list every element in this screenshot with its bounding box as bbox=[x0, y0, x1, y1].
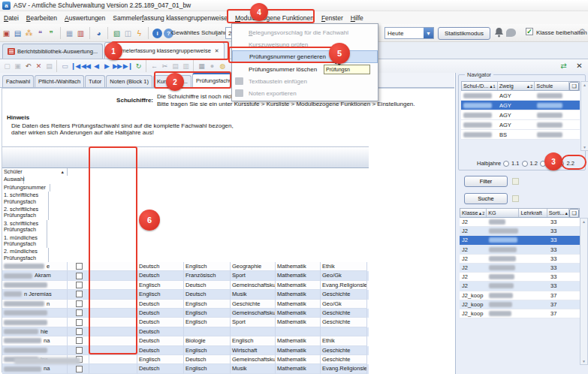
report-icon[interactable]: ▥ bbox=[76, 29, 86, 38]
pruefungsnummer-cell[interactable] bbox=[89, 271, 137, 280]
menu-hilfe[interactable]: Hilfe bbox=[347, 11, 367, 24]
chart-icon[interactable]: ▧ bbox=[112, 29, 122, 38]
export-icon[interactable]: ◍ bbox=[217, 62, 228, 71]
column-header-auswahl[interactable]: Auswahl bbox=[2, 176, 24, 183]
fach-cell[interactable]: Deutsch bbox=[137, 318, 184, 327]
auswahl-checkbox[interactable] bbox=[76, 337, 83, 344]
auswahl-checkbox[interactable] bbox=[76, 300, 83, 307]
suche-button[interactable]: Suche bbox=[464, 193, 508, 204]
close-panel-icon[interactable]: ✕ bbox=[574, 60, 585, 71]
fach-cell[interactable]: Wirtschaft bbox=[231, 346, 276, 355]
info-icon[interactable]: i bbox=[152, 29, 162, 38]
menu-item-pr-fungsnummer-generieren[interactable]: Prüfungsnummer generieren bbox=[232, 50, 378, 63]
suche-indicator[interactable] bbox=[512, 195, 519, 202]
fach-cell[interactable]: Geschichte bbox=[321, 290, 367, 299]
copy-icon[interactable]: ▤ bbox=[170, 62, 180, 71]
table-row[interactable]: DeutschEnglischWirtschaftMathematikGesch… bbox=[2, 346, 369, 355]
doc-tab-berichtsbibliothek-auswertung[interactable]: Berichtsbibliothek-Auswertung... bbox=[2, 44, 103, 59]
fach-cell[interactable]: Englisch bbox=[184, 318, 231, 327]
table-row[interactable]: nDeutschEnglischGeschichteMathematikGeo/… bbox=[2, 300, 369, 309]
fach-cell[interactable]: Gemeinschaftskunde bbox=[231, 281, 276, 290]
auswahl-checkbox[interactable] bbox=[76, 309, 83, 316]
menu-datei[interactable]: Datei bbox=[0, 11, 23, 24]
tab-tutor[interactable]: Tutor bbox=[85, 75, 105, 87]
auswahl-checkbox[interactable] bbox=[76, 328, 83, 335]
fach-cell[interactable]: Mathematik bbox=[276, 262, 321, 271]
column-header-schule[interactable]: Schule bbox=[535, 82, 569, 90]
fach-cell[interactable] bbox=[321, 327, 367, 336]
school-row[interactable]: AGY bbox=[461, 101, 580, 110]
close-tab-icon[interactable]: ✕ bbox=[215, 48, 219, 54]
menu-bearbeiten[interactable]: Bearbeiten bbox=[23, 11, 61, 24]
fach-cell[interactable]: Englisch bbox=[184, 346, 231, 355]
klasse-row[interactable]: J233 bbox=[460, 218, 580, 227]
bell-icon[interactable] bbox=[494, 27, 504, 39]
dock-columns-icon[interactable]: ❏ bbox=[569, 82, 579, 91]
folder-icon[interactable]: ▭ bbox=[59, 62, 70, 71]
menu-fenster[interactable]: Fenster bbox=[318, 11, 347, 24]
school-row[interactable]: AGY bbox=[461, 120, 580, 130]
column-header-schul-d[interactable]: Schul-/D...▲1 bbox=[462, 82, 498, 90]
fach-cell[interactable]: Mathematik bbox=[276, 346, 321, 355]
fach-cell[interactable]: Englisch bbox=[137, 355, 184, 364]
refresh-icon[interactable]: ↻ bbox=[133, 62, 143, 71]
fach-cell[interactable]: Mathematik bbox=[276, 355, 321, 364]
halbjahr-radio-1-1[interactable] bbox=[503, 161, 509, 167]
doc-tab-sammelerfassung-klassengruppenweise[interactable]: Sammelerfassung klassengruppenweise✕ bbox=[104, 42, 225, 59]
tab-noten-block-1[interactable]: Noten (Block 1) bbox=[106, 75, 152, 87]
fach-cell[interactable]: Deutsch bbox=[137, 346, 184, 355]
column-header-sch-ler[interactable]: Schüler▲ bbox=[2, 168, 68, 176]
statistikmodus-button[interactable]: Statistikmodus bbox=[438, 27, 490, 40]
menu-auswertungen[interactable]: Auswertungen bbox=[61, 11, 109, 24]
fach-cell[interactable] bbox=[231, 327, 276, 336]
klasse-row[interactable]: J233 bbox=[460, 227, 580, 236]
word-report-icon[interactable]: ▣ bbox=[2, 29, 11, 38]
scroll-down-icon[interactable]: ▼ bbox=[582, 359, 586, 363]
menu-modulbezogene-funktionen[interactable]: Modulbezogene Funktionen bbox=[231, 11, 318, 24]
scrollbar[interactable]: ▲▼ bbox=[580, 218, 588, 365]
pruefungsnummer-cell[interactable] bbox=[89, 336, 137, 345]
fach-cell[interactable]: Sport bbox=[231, 271, 276, 280]
fast-back-icon[interactable]: ◀◀ bbox=[80, 62, 91, 71]
tab-fachwahl[interactable]: Fachwahl bbox=[2, 75, 34, 87]
pruefungsnummer-cell[interactable] bbox=[89, 309, 137, 318]
preview-icon[interactable]: ● bbox=[207, 62, 217, 71]
lightning-icon[interactable]: ϟ bbox=[134, 29, 144, 38]
fach-cell[interactable]: Evang.Religionslehre bbox=[321, 281, 367, 290]
fach-cell[interactable]: Französisch bbox=[184, 271, 231, 280]
fach-cell[interactable]: Mathematik bbox=[276, 318, 321, 327]
fach-cell[interactable]: Geschichte bbox=[321, 318, 367, 327]
auswahl-checkbox[interactable] bbox=[76, 347, 83, 354]
school-row[interactable]: BS bbox=[461, 130, 580, 140]
undo-icon[interactable]: ↶ bbox=[23, 62, 33, 71]
fach-cell[interactable]: Englisch bbox=[184, 364, 231, 373]
fach-cell[interactable]: Deutsch bbox=[184, 281, 231, 290]
pruefungsnummer-cell[interactable] bbox=[89, 327, 137, 336]
pie-chart-icon[interactable]: ◕ bbox=[94, 29, 104, 38]
fach-cell[interactable]: Ethik bbox=[321, 336, 367, 345]
pruefungsnummer-cell[interactable] bbox=[89, 364, 137, 373]
fach-cell[interactable]: Englisch bbox=[231, 336, 276, 345]
fach-cell[interactable]: Deutsch bbox=[137, 364, 184, 373]
fach-cell[interactable]: Geo/Gk bbox=[321, 271, 367, 280]
klasse-row[interactable]: J233 bbox=[460, 264, 580, 273]
fach-cell[interactable]: Geo/Gk bbox=[321, 300, 367, 309]
table-row[interactable]: hieDeutsch bbox=[2, 327, 369, 336]
paste-icon[interactable]: ▥ bbox=[180, 62, 191, 71]
table-row[interactable]: DeutschEnglischSportMathematikGeschichte bbox=[2, 318, 369, 327]
fach-cell[interactable]: Mathematik bbox=[276, 309, 321, 318]
klasse-row[interactable]: J233 bbox=[460, 246, 580, 255]
pruefungsnummer-cell[interactable] bbox=[89, 318, 137, 327]
column-header-sorti[interactable]: Sorti...▲1 bbox=[547, 209, 569, 217]
klasse-row[interactable]: J233 bbox=[460, 236, 580, 245]
print-icon[interactable]: ▦ bbox=[196, 62, 207, 71]
students-icon[interactable]: ⁂ bbox=[24, 29, 34, 38]
auswahl-checkbox[interactable] bbox=[76, 263, 83, 270]
menu-sammelerfassung-klassengruppenweise[interactable]: Sammelerfassung klassengruppenweise bbox=[109, 11, 231, 24]
table-row[interactable]: eDeutschEnglischGeographieMathematikEthi… bbox=[2, 262, 369, 271]
presentation-icon[interactable]: ▤ bbox=[13, 29, 23, 38]
column-header-2-schriftliches-pr-fungsfach[interactable]: 2. schriftliches Prüfungsfach bbox=[2, 206, 49, 220]
column-header-1-schriftliches-pr-fungsfach[interactable]: 1. schriftliches Prüfungsfach bbox=[2, 192, 49, 206]
new-icon[interactable]: ▢ bbox=[2, 62, 12, 71]
fach-cell[interactable]: Deutsch bbox=[137, 336, 184, 345]
